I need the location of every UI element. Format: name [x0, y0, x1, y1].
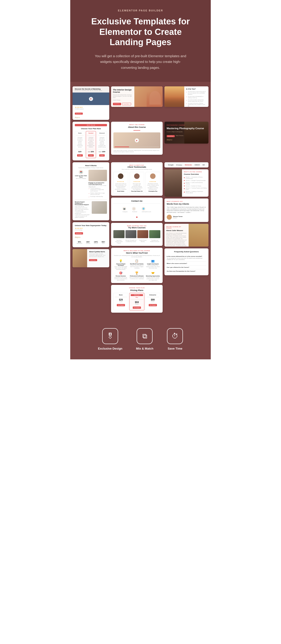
- cynthia-btn[interactable]: Enroll Now: [89, 259, 97, 261]
- pricing-badge: BEST VALUE: [75, 124, 107, 126]
- card-whats-included[interactable]: WHAT'S INCLUDED IN THE COURSE Here's Wha…: [111, 248, 163, 283]
- card-cynthia[interactable]: About Cynthia Harris Lorem ipsum dolor s…: [73, 249, 109, 267]
- play-button[interactable]: ▶: [89, 97, 93, 101]
- module-2: Module 2 - Strength Training Essentials: [184, 180, 207, 181]
- quote-3: Absolutely loved the course. Already see…: [147, 183, 159, 190]
- interior-top-section: The Interior Design Course Discover the …: [111, 86, 163, 107]
- testimonials-inner: WHAT CLIENTS SAY Client Testimonials Her…: [111, 162, 163, 196]
- faq-item-2[interactable]: What is the course curriculum?: [167, 262, 206, 266]
- overview-title: Course Overview: [184, 173, 207, 175]
- card-about-course[interactable]: ABOUT THE COURSE About this Course ▶ Lor…: [111, 122, 163, 155]
- feature-exclusive: 🎖 Exclusive Design: [98, 328, 122, 350]
- unlock-title: Unlock Your New Superpower Today: [75, 224, 107, 226]
- faq-title: Frequently Asked Questions: [167, 251, 206, 253]
- card-logos[interactable]: Google ⚙ Adobe Nintendo CISCO SO: [164, 162, 208, 168]
- photo-buttons: Enroll Now Watch Preview ›: [167, 134, 206, 137]
- faq-item-3[interactable]: Can I get a Refund for the Course?: [167, 266, 206, 269]
- header-section: ELEMENTOR PAGE BUILDER Exclusive Templat…: [70, 0, 211, 82]
- card-pricing[interactable]: BEST VALUE Choose Your Plan Now Starter …: [73, 122, 109, 160]
- faq-item-4[interactable]: Are there any Prerequisites for this Cou…: [167, 269, 206, 273]
- stars-2: ★★★★★: [131, 181, 143, 182]
- client-avatar: [167, 215, 172, 220]
- try-courses-inner: MORE COURSES FOR YOU Try More Courses: [111, 223, 163, 246]
- faq-q-1: Is this course delivered live or is the …: [167, 256, 206, 257]
- photo-enroll-btn[interactable]: Enroll Now: [167, 135, 175, 137]
- faq-q-2: What is the course curriculum?: [167, 263, 206, 264]
- plan-pro-btn[interactable]: Get Started: [133, 306, 141, 309]
- card-testimonials[interactable]: WHAT CLIENTS SAY Client Testimonials Her…: [111, 162, 163, 196]
- starter-enroll-btn[interactable]: Enroll: [77, 154, 83, 156]
- isit-point-3: ✓ You want to build a strong long-lastin…: [186, 99, 207, 102]
- unlock-inner: Unlock Your New Superpower Today ★★★★★ 4…: [73, 222, 109, 247]
- photo-learn-more: Watch Preview ›: [176, 135, 184, 136]
- plan-basic-btn[interactable]: Get Started: [117, 304, 125, 306]
- pricing-col-advanced: Advanced Unlimited 40 videos 20 hours of…: [97, 131, 107, 158]
- included-grid: 💡 Advanced Digital Techniques Learn cutt…: [113, 259, 160, 281]
- interior-instructor: Interior Design ›: [113, 99, 133, 101]
- pricing-plans-inner: CHOOSE YOUR PLAN Pricing Plans Basic $29…: [111, 285, 163, 313]
- instagram-icon: 📷: [122, 207, 126, 210]
- card-is-it-for-you[interactable]: Is it for You? ✓ You feel stuck or don't…: [164, 86, 208, 107]
- standard-enroll-btn[interactable]: Enroll: [88, 154, 94, 156]
- card-discover-marketing[interactable]: Discover the Secrets of Marketing Elevat…: [73, 86, 109, 120]
- module-dot-2: [184, 180, 185, 181]
- about-image: ▶: [113, 132, 160, 148]
- unlock-enroll-btn[interactable]: Enroll Now: [75, 232, 83, 234]
- stars-1: ★★★★★: [115, 181, 127, 182]
- quote-1: Lorem ipsum dolor sit amet consectetur. …: [115, 183, 127, 190]
- card-words-clients[interactable]: WHAT STUDENTS SAY Words from my Clients …: [164, 198, 208, 222]
- header-title: Exclusive Templates for Elementor to Cre…: [84, 16, 197, 48]
- card-photography[interactable]: PHOTOGRAPHY COURSE Mastering Photography…: [164, 122, 208, 143]
- card-try-courses[interactable]: MORE COURSES FOR YOU Try More Courses: [111, 223, 163, 246]
- cert-icon: 🏆: [130, 272, 144, 274]
- isit-point-2: ✓ You are new to photography or looking …: [186, 96, 207, 98]
- plan-enterprise-btn[interactable]: Get Started: [149, 304, 157, 306]
- enroll-button[interactable]: Enroll Now: [75, 112, 83, 115]
- advanced-title: Advanced Digital Techniques: [113, 263, 128, 266]
- plan-advanced-price: $197 $99: [98, 151, 106, 153]
- logo-nintendo: Nintendo: [185, 164, 192, 166]
- module-5: Module 5 - Tracking Progress and Setting…: [184, 187, 207, 190]
- logo-adobe: ⚙ Adobe: [176, 164, 182, 166]
- discover-title: Discover the Secrets of Marketing: [75, 88, 107, 90]
- expert-text: Receive Expert Guidance & Personalized S…: [75, 201, 90, 218]
- website-icon: 🌐: [142, 207, 145, 210]
- overview-container: WHAT'S IN THE COURSE Course Overview Mod…: [164, 169, 208, 197]
- course-label-3: Cardio Fitness Mastery: [137, 240, 148, 244]
- check-icon-2: ✓: [186, 96, 187, 98]
- interior-subtitle: Discover the fundamentals of being a tal…: [113, 94, 133, 98]
- julie-title: About Julie Weaver: [166, 230, 187, 232]
- client-1-name: Derek Sutton: [115, 190, 127, 192]
- plan-basic: Basic $29 /month Get Started: [113, 293, 128, 310]
- card-unlock[interactable]: Unlock Your New Superpower Today ★★★★★ 4…: [73, 222, 109, 247]
- feature-casestudies: 📋 Real-World Case Studies Analyze real c…: [130, 259, 144, 270]
- card-how-it-works[interactable]: How It Works Explore the possibilities o…: [73, 162, 109, 220]
- stat-success: 100% success: [94, 241, 98, 244]
- plans-title: Pricing Plans: [113, 289, 160, 292]
- exclusive-label: Exclusive Design: [98, 347, 122, 350]
- unlock-stars: ★★★★★: [75, 228, 107, 229]
- photo-subtitle: A senior college of photography: [167, 131, 206, 132]
- card-pricing-plans[interactable]: CHOOSE YOUR PLAN Pricing Plans Basic $29…: [111, 285, 163, 313]
- how-feature-2: Engage in an Interactive Learning Experi…: [89, 170, 107, 198]
- interior-text-area: The Interior Design Course Discover the …: [111, 86, 134, 107]
- card-interior-design[interactable]: The Interior Design Course Discover the …: [111, 86, 163, 107]
- plan-starter-name: Starter: [76, 132, 84, 134]
- experts-icon: 👥: [146, 259, 160, 262]
- card-julie[interactable]: ONLINE COURSE BY COACH About Julie Weave…: [164, 224, 208, 246]
- module-3: Module 3 - Cardio and Endurance Training: [184, 182, 207, 184]
- advanced-enroll-btn[interactable]: Enroll: [99, 154, 105, 156]
- header-subtitle: ELEMENTOR PAGE BUILDER: [84, 9, 197, 12]
- interior-enroll-btn[interactable]: Enroll Now: [113, 103, 121, 105]
- rating-count: 4.9 (850 reviews): [75, 108, 107, 110]
- photo-logo: depcu: [167, 138, 206, 141]
- features-section: 🎖 Exclusive Design ⧉ Mix & Match ⏱ Save …: [70, 321, 211, 359]
- card-faq[interactable]: Frequently Asked Questions Is this cours…: [164, 248, 208, 275]
- card-course-overview[interactable]: WHAT'S IN THE COURSE Course Overview Mod…: [164, 169, 208, 197]
- unlock-logo: depcu: [75, 236, 107, 238]
- card-contact[interactable]: Contact me 📷 Instagram f Facebook 🌐: [111, 198, 163, 221]
- faq-item-1[interactable]: Is this course delivered live or is the …: [167, 254, 206, 262]
- module-6: Module 6 - Creating a Customized Fitness…: [184, 191, 207, 194]
- about-play-btn[interactable]: ▶: [135, 138, 139, 142]
- interior-learn-btn[interactable]: Learn More ›: [122, 103, 131, 105]
